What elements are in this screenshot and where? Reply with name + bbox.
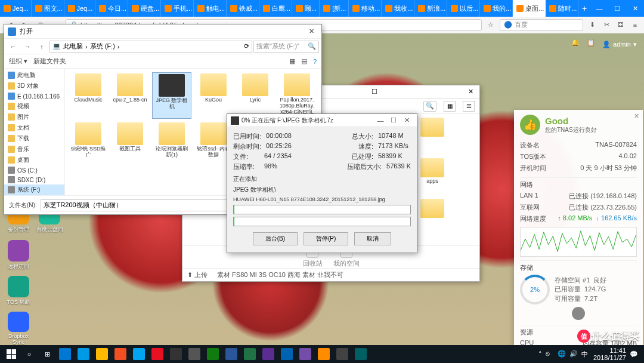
nav-up[interactable]: ↑ — [35, 41, 48, 53]
browser-tab[interactable]: 我收... — [382, 0, 414, 17]
refresh-icon[interactable]: ⟳ — [244, 42, 249, 50]
taskbar-app[interactable] — [352, 346, 370, 362]
tray-icon[interactable]: ⎋ — [546, 350, 554, 358]
crumb[interactable]: 此电脑 — [63, 42, 83, 51]
tree-item[interactable]: SDXC (D:) — [4, 175, 64, 184]
view-grid-icon[interactable]: ▦ — [444, 101, 456, 112]
file-item[interactable]: Lyric — [236, 72, 275, 119]
taskbar-app[interactable] — [167, 346, 185, 362]
browser-tab[interactable]: 我的... — [480, 0, 513, 17]
extensions-icon[interactable]: ⚃ — [615, 20, 626, 30]
file-item[interactable]: JPEG 数学相机 — [152, 72, 191, 119]
pause-button[interactable]: 暂停(P) — [304, 232, 348, 245]
browser-tab[interactable]: Jeq... — [64, 0, 96, 17]
view-list-icon[interactable]: ☰ — [463, 101, 475, 112]
start-button[interactable] — [2, 346, 20, 362]
nav-forward[interactable]: → — [21, 41, 34, 53]
nav-back[interactable]: ← — [7, 41, 20, 53]
file-item[interactable]: CloudMusic — [69, 72, 108, 119]
browser-tab[interactable]: [新... — [320, 0, 349, 17]
file-item[interactable]: sis砂铣 SSD推广 — [69, 121, 108, 168]
tree-item[interactable]: 3D 对象 — [4, 81, 64, 91]
desktop-icon[interactable]: TOS 帮助 — [5, 276, 32, 309]
maximize-button[interactable]: ☐ — [369, 88, 380, 96]
tree-item[interactable]: 桌面 — [4, 155, 64, 165]
background-button[interactable]: 后台(B) — [253, 232, 298, 245]
file-item[interactable]: Papillon.2017.1080p.BluRay.x264-CiNEFiLE… — [277, 72, 317, 119]
upload-button[interactable]: ⬆ 上传 — [187, 270, 208, 279]
download-icon[interactable]: ⬇ — [587, 20, 597, 30]
taskbar-app[interactable] — [185, 346, 203, 362]
browser-tab[interactable]: Jeq... — [0, 0, 32, 17]
taskbar-app[interactable] — [204, 346, 222, 362]
desktop-icon[interactable]: 远程访问 — [5, 240, 32, 273]
new-folder-button[interactable]: 新建文件夹 — [33, 57, 66, 66]
taskbar-app[interactable] — [296, 346, 314, 362]
tree-item[interactable]: 文档 — [4, 122, 64, 133]
browser-tab[interactable]: 随时... — [546, 0, 578, 17]
explorer-search[interactable]: 搜索"系统 (F:)" 🔍 — [253, 41, 319, 53]
browser-tab[interactable]: 白鹰... — [259, 0, 292, 17]
minimize-button[interactable]: — — [374, 117, 387, 124]
browser-search[interactable]: 🔵 百度 — [500, 19, 583, 31]
maximize-button[interactable]: ☐ — [387, 116, 400, 124]
taskbar-app[interactable] — [130, 346, 148, 362]
close-button[interactable]: ✕ — [400, 116, 413, 124]
cancel-button[interactable]: 取消 — [354, 232, 391, 245]
file-item[interactable]: KuGou — [194, 72, 233, 119]
tray-chevron[interactable]: ˄ — [538, 350, 542, 358]
menu-icon[interactable]: ≡ — [630, 20, 640, 30]
taskbar-app[interactable] — [112, 346, 129, 362]
tree-item[interactable]: E (10.168.1.166 — [4, 91, 64, 101]
screenshot-icon[interactable]: ✂ — [601, 20, 612, 30]
taskbar-app[interactable] — [75, 346, 92, 362]
file-item[interactable]: 截图工具 — [110, 121, 150, 168]
cortana-search[interactable]: ○ — [20, 350, 38, 358]
browser-tab[interactable]: 今日... — [95, 0, 128, 17]
folder-item[interactable] — [414, 118, 451, 156]
browser-tab[interactable]: 新浪... — [414, 0, 447, 17]
browser-close[interactable]: ✕ — [626, 0, 644, 17]
browser-tab[interactable]: 桌面... — [513, 0, 546, 17]
clipboard-icon[interactable]: 📋 — [587, 39, 597, 50]
organize-menu[interactable]: 组织 ▾ — [9, 57, 27, 66]
taskbar-app[interactable] — [56, 346, 74, 362]
new-tab-button[interactable]: + — [578, 4, 590, 13]
network-icon[interactable]: 🌐 — [558, 350, 566, 358]
browser-tab[interactable]: 硬盘... — [128, 0, 161, 17]
favorite-button[interactable]: ☆ — [485, 20, 496, 30]
browser-tab[interactable]: 颐... — [292, 0, 320, 17]
browser-minimize[interactable]: — — [590, 0, 608, 17]
desktop-icon[interactable]: Dropbox Sync — [5, 312, 32, 345]
notification-center[interactable]: 💬 — [630, 350, 638, 358]
ime-icon[interactable]: 中 — [581, 350, 590, 358]
folder-item[interactable] — [414, 199, 451, 237]
taskbar-app[interactable] — [222, 346, 240, 362]
crumb[interactable]: 系统 (F:) — [90, 42, 115, 51]
browser-tab[interactable]: 移动... — [349, 0, 382, 17]
browser-tab[interactable]: 铁威... — [227, 0, 259, 17]
close-button[interactable]: ✕ — [466, 88, 476, 96]
tree-item[interactable]: 此电脑 — [4, 70, 64, 81]
taskbar-app[interactable] — [93, 346, 111, 362]
browser-maximize[interactable]: ☐ — [608, 0, 626, 17]
taskbar-app[interactable] — [315, 346, 333, 362]
tree-item[interactable]: 下载 — [4, 133, 64, 144]
view-icons[interactable]: ▦ — [289, 57, 295, 65]
folder-tree[interactable]: 此电脑3D 对象E (10.168.1.166视频图片文档下载音乐桌面OS (C… — [4, 69, 65, 195]
browser-tab[interactable]: 图文... — [32, 0, 64, 17]
tree-item[interactable]: 系统 (F:) — [4, 184, 64, 195]
taskbar-app[interactable] — [333, 346, 351, 362]
folder-item[interactable]: apps — [414, 158, 451, 196]
taskbar-app[interactable] — [259, 346, 277, 362]
browser-tab[interactable]: 触电... — [194, 0, 227, 17]
taskbar-app[interactable] — [241, 346, 259, 362]
path-breadcrumb[interactable]: 💻 此电脑 › 系统 (F:) › ⟳ — [49, 41, 252, 53]
task-view[interactable]: ⊞ — [38, 350, 56, 358]
taskbar-app[interactable] — [148, 346, 166, 362]
clock[interactable]: 11:41 2018/11/27 — [593, 347, 626, 361]
tree-item[interactable]: OS (C:) — [4, 165, 64, 175]
tree-item[interactable]: 音乐 — [4, 144, 64, 155]
browser-tab[interactable]: 手机... — [161, 0, 194, 17]
tree-item[interactable]: 图片 — [4, 112, 64, 122]
